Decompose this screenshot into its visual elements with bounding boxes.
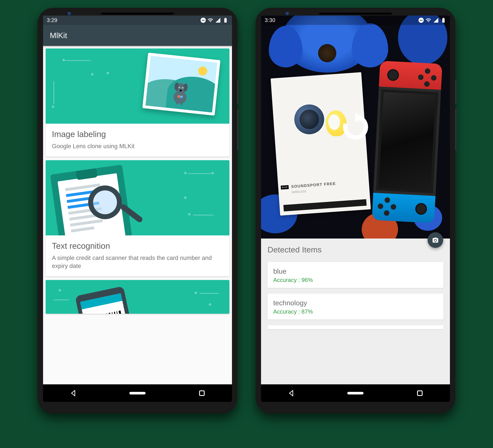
svg-rect-12 (176, 101, 178, 105)
svg-rect-13 (180, 102, 183, 105)
results-heading: Detected Items (268, 245, 443, 254)
recents-icon[interactable] (198, 389, 206, 397)
app-bar: MlKit (43, 25, 232, 46)
status-icons: x (201, 17, 228, 23)
back-icon[interactable] (287, 389, 295, 397)
results-panel[interactable]: Detected Items blue Accuracy : 96% techn… (261, 239, 450, 384)
result-label: blue (273, 267, 438, 275)
svg-rect-15 (200, 391, 204, 395)
card-text-recognition[interactable]: Text recognition A simple credit card sc… (46, 160, 229, 276)
card-title: Text recognition (52, 241, 223, 251)
camera-icon (432, 237, 439, 243)
clipboard-illustration (50, 165, 132, 235)
battery-icon (441, 17, 446, 23)
card-subtitle: Google Lens clone using MLKit (52, 142, 223, 150)
brand-label: BOSE (281, 185, 289, 189)
result-item[interactable]: blue Accuracy : 96% (268, 262, 443, 288)
status-icons (418, 17, 446, 23)
earbud-left-illustration (293, 103, 325, 135)
phone-left: 3:29 x MlKit (38, 8, 237, 414)
card-list[interactable]: Image labeling Google Lens clone using M… (43, 46, 232, 384)
card-title: Image labeling (52, 129, 223, 139)
back-icon[interactable] (69, 389, 77, 397)
product-box: BOSE SOUNDSPORT FREE WIRELESS (271, 72, 371, 216)
card-image-labeling[interactable]: Image labeling Google Lens clone using M… (46, 48, 229, 157)
screen-right: 3:30 (261, 16, 450, 402)
game-console (372, 61, 442, 223)
signal-icon: x (215, 17, 221, 23)
home-button[interactable] (347, 392, 364, 394)
sample-photo (142, 53, 220, 116)
status-time: 3:29 (47, 17, 57, 23)
result-label: technology (273, 299, 438, 307)
svg-text:x: x (218, 20, 219, 22)
product-subtitle: WIRELESS (291, 190, 306, 194)
magnifier-icon (86, 183, 124, 221)
camera-preview[interactable]: BOSE SOUNDSPORT FREE WIRELESS (261, 16, 450, 239)
capture-button[interactable] (428, 232, 443, 248)
refresh-icon[interactable] (341, 112, 370, 142)
screen-left: 3:29 x MlKit (43, 16, 232, 402)
home-button[interactable] (129, 392, 146, 394)
dog-illustration (168, 79, 193, 106)
battery-icon (223, 17, 228, 23)
card-hero (46, 280, 229, 314)
result-item[interactable]: technology Accuracy : 87% (268, 294, 443, 319)
signal-icon (433, 17, 439, 23)
status-bar: 3:29 x (43, 16, 232, 25)
card-hero (46, 48, 229, 124)
card-barcode[interactable] (46, 280, 229, 314)
navigation-bar (261, 384, 450, 402)
status-bar: 3:30 (261, 16, 450, 25)
barcode-phone-illustration (75, 286, 138, 314)
wifi-icon (208, 17, 213, 23)
result-item[interactable] (268, 325, 443, 329)
result-accuracy: Accuracy : 96% (273, 277, 438, 283)
status-time: 3:30 (265, 17, 275, 23)
svg-rect-16 (417, 391, 422, 395)
recents-icon[interactable] (416, 389, 424, 397)
card-hero (46, 160, 229, 235)
phone-right: 3:30 (256, 8, 455, 414)
dnd-icon (201, 18, 206, 23)
app-title: MlKit (50, 31, 67, 40)
product-name: SOUNDSPORT FREE (291, 181, 336, 189)
wifi-icon (426, 17, 431, 23)
dnd-icon (418, 18, 424, 23)
navigation-bar (43, 384, 232, 402)
card-subtitle: A simple credit card scanner that reads … (52, 254, 223, 270)
result-accuracy: Accuracy : 87% (273, 308, 438, 315)
